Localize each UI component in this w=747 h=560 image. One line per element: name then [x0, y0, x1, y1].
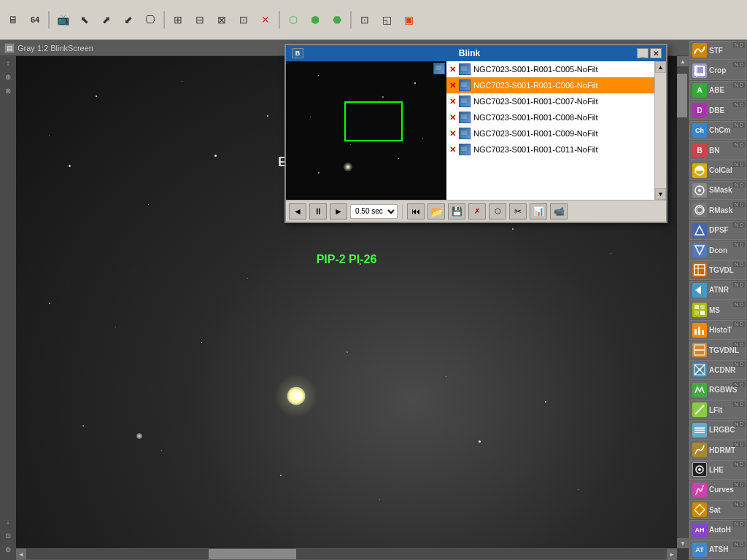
sidebar-btn-lhe[interactable]: LHE N D — [689, 460, 746, 479]
sidebar-btn-sat[interactable]: Sat N D — [689, 500, 746, 519]
file-remove-5[interactable]: ✕ — [449, 145, 456, 155]
tool-fit[interactable]: ◱ — [376, 9, 397, 30]
tool-grid3[interactable]: ⊠ — [212, 9, 232, 30]
strip-icon-5[interactable]: ⊙ — [2, 532, 14, 543]
blink-close-btn[interactable]: ✕ — [650, 48, 662, 58]
sidebar-btn-crop[interactable]: Crop N D — [689, 61, 746, 79]
file-remove-2[interactable]: ✕ — [449, 97, 456, 106]
tool-grid4[interactable]: ⊡ — [233, 9, 254, 30]
tool-a3[interactable]: ⬣ — [327, 9, 347, 30]
atsh-label: ATSH — [709, 545, 743, 553]
sep1 — [48, 11, 50, 28]
blink-next-btn[interactable]: ► — [330, 203, 347, 219]
file-thumb-2 — [459, 96, 471, 107]
tool-tag[interactable]: 64 — [25, 9, 45, 30]
tgvdl-nd: N D — [733, 262, 745, 267]
filelist-scrollbar[interactable]: ▲ ▼ — [654, 61, 666, 200]
sidebar-btn-dbe[interactable]: D DBE N D — [689, 101, 746, 120]
svg-rect-15 — [700, 305, 705, 309]
sidebar-btn-atnr[interactable]: ATNR N D — [689, 281, 746, 300]
file-remove-0[interactable]: ✕ — [449, 65, 456, 74]
sidebar-btn-hdrmt[interactable]: HDRMT N D — [689, 440, 746, 459]
tool-screen[interactable]: 📺 — [53, 9, 73, 30]
scroll-thumb-v[interactable] — [677, 74, 687, 117]
strip-icon-1[interactable]: ↕ — [2, 59, 14, 71]
blink-open-btn[interactable]: 📂 — [427, 203, 445, 219]
blink-rewind-btn[interactable]: ⏮ — [407, 203, 425, 219]
file-item-0[interactable]: ✕ NGC7023-S001-R001-C005-NoFilt — [446, 61, 654, 77]
file-remove-4[interactable]: ✕ — [449, 129, 456, 139]
atsh-icon: AT — [692, 542, 707, 557]
file-item-1[interactable]: ✕ NGC7023-S001-R001-C006-NoFilt — [446, 77, 654, 93]
blink-cut-btn[interactable]: ✂ — [509, 203, 527, 219]
blink-speed-select[interactable]: 0.25 sec0.50 sec1.00 sec2.00 sec5.00 sec — [350, 204, 398, 219]
sidebar-btn-bn[interactable]: B BN N D — [689, 141, 746, 160]
sidebar-btn-colcal[interactable]: ColCal N D — [689, 160, 746, 179]
smask-nd: N D — [733, 182, 745, 187]
scroll-right-arrow[interactable]: ► — [667, 548, 677, 560]
strip-icon-3[interactable]: ⊗ — [2, 87, 14, 98]
sidebar-btn-dpsf[interactable]: DPSF N D — [689, 221, 746, 240]
scroll-horizontal[interactable]: ◄ ► — [16, 548, 677, 560]
strip-icon-4[interactable]: ↓ — [2, 518, 14, 529]
file-remove-3[interactable]: ✕ — [449, 113, 456, 122]
tool-grid1[interactable]: ⊞ — [168, 9, 188, 30]
scroll-thumb-h[interactable] — [209, 549, 296, 559]
sidebar-btn-tgvdnl[interactable]: TGVDNL N D — [689, 341, 746, 359]
tool-color[interactable]: ▣ — [398, 9, 419, 30]
strip-icon-2[interactable]: ⊕ — [2, 73, 14, 85]
tool-monitor[interactable]: 🖥 — [3, 9, 23, 30]
tool-crop-tr[interactable]: ⬈ — [96, 9, 117, 30]
tool-remove[interactable]: ✕ — [255, 9, 276, 30]
scroll-up-arrow[interactable]: ▲ — [677, 56, 689, 66]
tool-a1[interactable]: ⬡ — [283, 9, 303, 30]
blink-video-btn[interactable]: 📹 — [550, 203, 568, 219]
bn-nd: N D — [733, 142, 745, 147]
sidebar-btn-stf[interactable]: STF N D — [689, 41, 746, 60]
blink-save-frame-btn[interactable]: 💾 — [448, 203, 465, 219]
scroll-left-arrow[interactable]: ◄ — [16, 548, 26, 560]
blink-chart-btn[interactable]: 📊 — [530, 203, 547, 219]
colcal-icon — [692, 163, 707, 178]
sidebar-btn-lrgbc[interactable]: LRGBC N D — [689, 420, 746, 439]
sidebar-btn-smask[interactable]: SMask N D — [689, 181, 746, 200]
filelist-scroll-up[interactable]: ▲ — [655, 61, 666, 73]
sidebar-btn-rgbws[interactable]: RGBWS N D — [689, 381, 746, 400]
sidebar-btn-tgvdl[interactable]: TGVDL N D — [689, 260, 746, 279]
sidebar-btn-abe[interactable]: A ABE N D — [689, 81, 746, 100]
scroll-vertical[interactable]: ▲ ▼ — [677, 56, 689, 548]
sidebar-btn-dcon[interactable]: Dcon N D — [689, 241, 746, 260]
sidebar-btn-chcm[interactable]: Ch ChCm N D — [689, 121, 746, 140]
preview-selection-rect[interactable] — [344, 101, 403, 141]
file-remove-1[interactable]: ✕ — [449, 81, 456, 90]
file-item-5[interactable]: ✕ NGC7023-S001-R001-C011-NoFilt — [446, 141, 654, 158]
strip-icon-6[interactable]: ⊚ — [2, 545, 14, 557]
file-item-2[interactable]: ✕ NGC7023-S001-R001-C007-NoFilt — [446, 93, 654, 109]
sidebar-btn-rmask[interactable]: RMask N D — [689, 201, 746, 219]
blink-screen-menu-btn[interactable]: ▤ — [4, 43, 15, 53]
sidebar-btn-histot[interactable]: HistoT N D — [689, 320, 746, 339]
sidebar-btn-curves[interactable]: Curves N D — [689, 481, 746, 499]
sidebar-btn-atsh[interactable]: AT ATSH N D — [689, 540, 746, 559]
filelist-scroll-down[interactable]: ▼ — [655, 188, 666, 200]
scroll-down-arrow[interactable]: ▼ — [677, 538, 689, 548]
sidebar-btn-lfit[interactable]: LFit N D — [689, 400, 746, 419]
file-item-4[interactable]: ✕ NGC7023-S001-R001-C009-NoFilt — [446, 125, 654, 141]
blink-pause-btn[interactable]: ⏸ — [309, 203, 327, 219]
sidebar-btn-autoh[interactable]: AH AutoH N D — [689, 520, 746, 539]
tool-screen2[interactable]: 🖵 — [140, 9, 160, 30]
tool-zoom[interactable]: ⊡ — [355, 9, 375, 30]
blink-save-all-btn[interactable]: ✗ — [468, 203, 486, 219]
lrgbc-icon — [692, 423, 707, 438]
sidebar-btn-ms[interactable]: MS N D — [689, 300, 746, 319]
tool-grid2[interactable]: ⊟ — [190, 9, 210, 30]
blink-prev-btn[interactable]: ◄ — [289, 203, 306, 219]
tool-crop-tl[interactable]: ⬉ — [74, 9, 95, 30]
blink-export-btn[interactable]: ⬡ — [489, 203, 506, 219]
autoh-icon: AH — [692, 523, 707, 537]
tool-a2[interactable]: ⬢ — [305, 9, 325, 30]
sidebar-btn-acdnr[interactable]: ACDNR N D — [689, 360, 746, 379]
file-item-3[interactable]: ✕ NGC7023-S001-R001-C008-NoFilt — [446, 109, 654, 125]
blink-minimize-btn[interactable]: _ — [637, 48, 649, 58]
tool-crop-bl[interactable]: ⬋ — [118, 9, 139, 30]
